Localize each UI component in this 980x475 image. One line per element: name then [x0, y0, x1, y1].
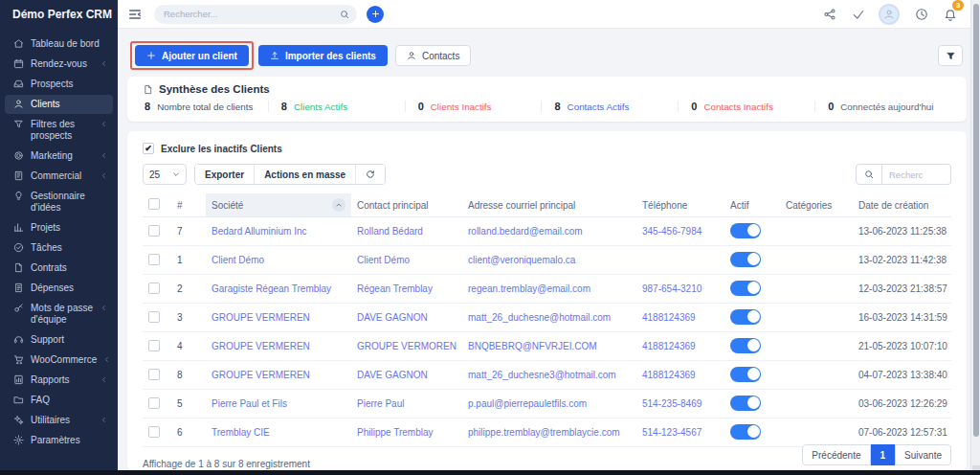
company-link[interactable]: GROUPE VERMEREN: [212, 370, 310, 380]
sidebar-item-prospects[interactable]: Prospects: [5, 75, 113, 94]
phone-link[interactable]: 514-123-4567: [642, 427, 702, 438]
table-search-button[interactable]: [856, 164, 882, 185]
bulk-actions-button[interactable]: Actions en masse: [254, 165, 355, 184]
sidebar-item-parametres[interactable]: Paramètres: [5, 431, 113, 450]
share-icon[interactable]: [823, 8, 836, 21]
sidebar-item-gestionnaire-idees[interactable]: Gestionnaire d'idées: [5, 187, 113, 217]
email-link[interactable]: matt_26_duchesne3@hotmail.com: [468, 370, 616, 380]
refresh-button[interactable]: [355, 165, 385, 184]
active-toggle[interactable]: [730, 309, 761, 325]
avatar[interactable]: [879, 4, 900, 25]
sidebar-item-faq[interactable]: FAQ: [5, 391, 113, 410]
column-contact[interactable]: Contact principal: [351, 193, 462, 217]
page-size-select[interactable]: 25: [143, 164, 187, 185]
row-checkbox[interactable]: [148, 283, 160, 294]
email-link[interactable]: regean.tremblay@email.com: [468, 283, 590, 294]
email-link[interactable]: p.paul@pierrepauletfils.com: [468, 398, 587, 409]
filter-button[interactable]: [938, 45, 963, 66]
email-link[interactable]: client@veroniquemalo.ca: [468, 255, 575, 265]
clock-icon[interactable]: [915, 8, 928, 21]
phone-link[interactable]: 4188124369: [642, 370, 696, 380]
table-search-input[interactable]: [882, 164, 951, 185]
sidebar-item-projets[interactable]: Projets: [5, 218, 113, 238]
select-all-checkbox[interactable]: [148, 198, 160, 210]
active-toggle[interactable]: [730, 252, 761, 267]
active-toggle[interactable]: [730, 338, 761, 353]
sidebar-item-taches[interactable]: Tâches: [5, 238, 113, 258]
company-link[interactable]: Client Démo: [212, 255, 264, 265]
sidebar-item-woocommerce[interactable]: WooCommerce: [5, 351, 113, 370]
row-checkbox[interactable]: [148, 254, 160, 265]
contact-link[interactable]: DAVE GAGNON: [357, 312, 428, 323]
check-icon[interactable]: [852, 8, 865, 21]
add-client-button[interactable]: Ajouter un client: [135, 45, 249, 66]
notifications-button[interactable]: 3: [944, 6, 957, 23]
company-link[interactable]: GROUPE VERMEREN: [212, 341, 310, 351]
active-toggle[interactable]: [730, 281, 761, 296]
next-page-button[interactable]: Suivante: [895, 444, 951, 465]
export-button[interactable]: Exporter: [195, 165, 254, 184]
phone-link[interactable]: 345-456-7984: [642, 226, 702, 237]
global-search[interactable]: [154, 5, 357, 24]
row-checkbox[interactable]: [148, 340, 160, 351]
sidebar-item-contrats[interactable]: Contrats: [5, 259, 113, 278]
active-toggle[interactable]: [730, 424, 761, 440]
sidebar-item-filtres-des-prospects[interactable]: Filtres des prospects: [5, 115, 113, 146]
scrollbar-thumb[interactable]: [973, 4, 979, 437]
company-link[interactable]: Bedard Alluminium Inc: [212, 226, 307, 237]
contact-link[interactable]: Pierre Paul: [357, 398, 404, 409]
sidebar-item-rapports[interactable]: Rapports: [5, 371, 113, 390]
email-link[interactable]: rolland.bedard@email.com: [468, 226, 583, 237]
contact-link[interactable]: Client Démo: [357, 255, 410, 265]
row-checkbox[interactable]: [148, 225, 160, 237]
row-checkbox[interactable]: [148, 369, 160, 380]
sidebar-item-mots-de-passe[interactable]: Mots de passe d'équipe: [5, 299, 113, 329]
phone-link[interactable]: 4188124369: [642, 341, 696, 351]
prev-page-button[interactable]: Précédente: [802, 444, 870, 465]
active-toggle[interactable]: [730, 396, 761, 411]
sidebar-toggle-icon[interactable]: [127, 7, 143, 22]
sidebar-item-tableau-de-bord[interactable]: Tableau de bord: [5, 34, 113, 54]
sidebar-item-utilitaires[interactable]: Utilitaires: [5, 411, 113, 430]
sort-asc-button[interactable]: [332, 198, 345, 212]
column-date-creation[interactable]: Date de création: [853, 193, 951, 217]
sidebar-item-commercial[interactable]: Commercial: [5, 167, 113, 186]
sidebar-item-clients[interactable]: Clients: [5, 95, 113, 114]
checkbox-icon[interactable]: [143, 143, 154, 154]
column-telephone[interactable]: Téléphone: [636, 193, 724, 217]
column-categories[interactable]: Catégories: [780, 193, 853, 217]
sidebar-item-support[interactable]: Support: [5, 330, 113, 350]
contact-link[interactable]: Régean Tremblay: [357, 283, 433, 294]
contact-link[interactable]: GROUPE VERMOREN: [357, 341, 457, 351]
active-toggle[interactable]: [730, 223, 761, 238]
contact-link[interactable]: Rolland Bédard: [357, 226, 423, 237]
column-societe[interactable]: Société: [206, 193, 351, 217]
contact-link[interactable]: DAVE GAGNON: [357, 370, 428, 380]
active-toggle[interactable]: [730, 367, 761, 382]
sidebar-item-rendez-vous[interactable]: Rendez-vous: [5, 55, 113, 74]
exclude-inactive-checkbox[interactable]: Exclure les inactifs Clients: [143, 143, 951, 154]
company-link[interactable]: Garagiste Régean Tremblay: [212, 283, 331, 294]
email-link[interactable]: matt_26_duchesne@hotmail.com: [468, 312, 611, 323]
column-num[interactable]: #: [171, 193, 206, 217]
phone-link[interactable]: 4188124369: [642, 312, 696, 323]
email-link[interactable]: philippe.tremblay@tremblaycie.com: [468, 427, 620, 438]
column-email[interactable]: Adresse courriel principal: [462, 193, 636, 217]
row-checkbox[interactable]: [148, 311, 160, 323]
sidebar-item-marketing[interactable]: Marketing: [5, 147, 113, 166]
vertical-scrollbar[interactable]: [970, 0, 980, 475]
page-1-button[interactable]: 1: [871, 444, 896, 465]
quick-add-button[interactable]: [367, 6, 384, 23]
global-search-input[interactable]: [164, 9, 340, 19]
email-link[interactable]: BNQBEBRQ@NFVRJEI.COM: [468, 341, 597, 351]
row-checkbox[interactable]: [148, 397, 160, 409]
phone-link[interactable]: 987-654-3210: [642, 283, 702, 294]
company-link[interactable]: Pierre Paul et Fils: [212, 398, 287, 409]
company-link[interactable]: GROUPE VERMEREN: [212, 312, 310, 323]
import-clients-button[interactable]: Importer des clients: [258, 45, 388, 66]
company-link[interactable]: Tremblay CIE: [212, 427, 270, 438]
column-actif[interactable]: Actif: [724, 193, 780, 217]
row-checkbox[interactable]: [148, 426, 160, 438]
contacts-button[interactable]: Contacts: [395, 45, 471, 66]
sidebar-item-depenses[interactable]: Dépenses: [5, 279, 113, 298]
